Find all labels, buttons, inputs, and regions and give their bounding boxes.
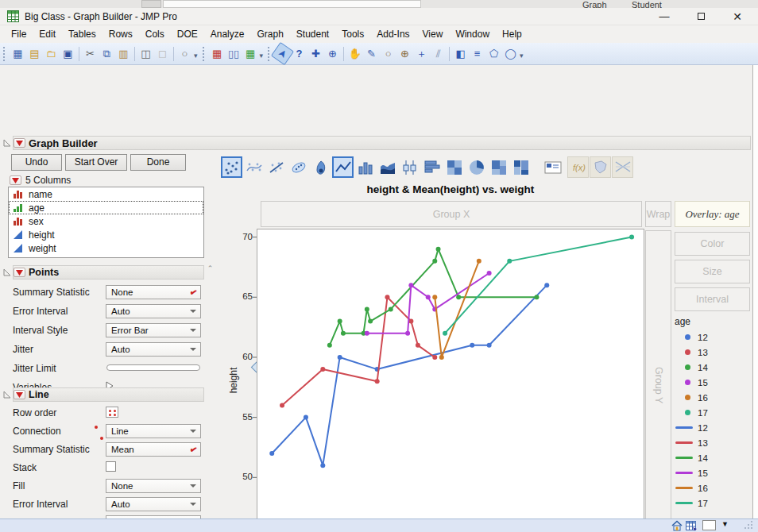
toolbar-overflow-icon[interactable]: ▾ [520, 52, 524, 60]
start-over-button[interactable]: Start Over [65, 154, 127, 171]
menu-doe[interactable]: DOE [171, 27, 204, 41]
column-item-name[interactable]: name [9, 187, 203, 201]
scroll-up-icon[interactable]: ⌃ [205, 264, 215, 274]
data-point-age-13[interactable] [416, 343, 420, 348]
plus-icon[interactable]: ＋ [413, 45, 430, 62]
element-line-icon[interactable] [332, 156, 354, 178]
menu-student[interactable]: Student [290, 27, 335, 41]
data-point-age-13[interactable] [385, 295, 389, 299]
legend-line-age-16[interactable]: 16 [675, 480, 750, 495]
element-map-shape-icon[interactable] [590, 156, 611, 178]
line-stack-checkbox[interactable] [106, 461, 116, 472]
data-point-age-14[interactable] [368, 319, 373, 324]
status-dropdown-caret-icon[interactable]: ▼ [721, 520, 729, 528]
minimize-button[interactable]: — [648, 8, 680, 25]
data-point-age-13[interactable] [375, 379, 380, 384]
menu-graph[interactable]: Graph [250, 27, 289, 41]
series-line-age-13[interactable] [282, 297, 435, 405]
data-point-age-14[interactable] [534, 295, 539, 299]
annotate-icon[interactable]: ◧ [452, 45, 469, 62]
data-point-age-14[interactable] [436, 247, 441, 252]
close-button[interactable]: ✕ [721, 8, 753, 25]
data-point-age-17[interactable] [507, 259, 512, 264]
points-jitter-limit-slider[interactable] [106, 364, 200, 371]
element-box-plot-icon[interactable] [399, 156, 420, 178]
points-jitter-dropdown[interactable]: Auto [106, 342, 201, 357]
data-point-age-17[interactable] [443, 331, 447, 336]
legend-point-age-16[interactable]: 16 [675, 390, 750, 405]
save-icon[interactable]: ▣ [60, 45, 76, 62]
column-item-age[interactable]: age [9, 201, 203, 214]
element-smoother-icon[interactable] [243, 156, 265, 178]
menu-window[interactable]: Window [449, 27, 496, 41]
data-point-age-15[interactable] [487, 271, 492, 276]
data-point-age-16[interactable] [432, 295, 437, 299]
drop-zone-overlay[interactable]: Overlay: age [675, 201, 750, 227]
legend-line-age-14[interactable]: 14 [675, 450, 750, 465]
data-point-age-16[interactable] [439, 355, 444, 360]
menu-analyze[interactable]: Analyze [204, 27, 251, 41]
legend-line-age-12[interactable]: 12 [675, 420, 750, 435]
collapse-triangle-icon[interactable] [3, 139, 11, 147]
oval-icon[interactable]: ◯ [502, 45, 519, 62]
data-point-age-15[interactable] [408, 283, 413, 287]
data-point-age-15[interactable] [426, 295, 431, 299]
data-point-age-17[interactable] [629, 235, 634, 240]
data-table-icon[interactable]: ▦ [209, 45, 226, 62]
data-point-age-14[interactable] [432, 259, 437, 264]
element-histogram-icon[interactable] [421, 156, 443, 178]
line-connection-dropdown[interactable]: Line [106, 424, 201, 438]
menu-tools[interactable]: Tools [335, 27, 370, 41]
red-triangle-menu[interactable] [14, 138, 25, 148]
hand-icon[interactable]: ✋ [346, 45, 363, 62]
zoom-in-icon[interactable]: ⊕ [396, 45, 413, 62]
data-point-age-13[interactable] [280, 403, 284, 407]
data-point-age-15[interactable] [405, 331, 410, 336]
legend-line-age-13[interactable]: 13 [675, 435, 750, 450]
points-error-interval-dropdown[interactable]: Auto [106, 304, 201, 318]
open-folder-icon[interactable]: 🗀 [43, 45, 60, 62]
line-summary-statistic-dropdown[interactable]: Mean✔ [106, 442, 201, 457]
column-item-sex[interactable]: sex [9, 214, 203, 228]
element-caption-box-icon[interactable] [542, 156, 563, 178]
magnifier-icon[interactable]: ○ [176, 45, 193, 62]
polygon-icon[interactable]: ⬠ [485, 45, 502, 62]
legend-point-age-13[interactable]: 13 [675, 345, 750, 360]
drop-zone-group-x[interactable]: Group X [261, 201, 642, 227]
done-button[interactable]: Done [130, 154, 186, 171]
zoom-out-icon[interactable]: ○ [380, 45, 396, 62]
new-journal-icon[interactable]: ▦ [10, 45, 26, 62]
element-heatmap-icon[interactable] [443, 156, 465, 178]
data-point-age-15[interactable] [365, 331, 369, 336]
resize-grip-icon[interactable] [744, 520, 753, 529]
menu-tables[interactable]: Tables [62, 27, 102, 41]
element-mosaic-icon[interactable] [510, 156, 532, 178]
menu-help[interactable]: Help [496, 27, 528, 41]
lock-icon[interactable]: ◻ [154, 45, 171, 62]
collapse-triangle-icon[interactable] [3, 268, 11, 276]
menu-addins[interactable]: Add-Ins [370, 27, 416, 41]
toolbar-overflow-icon[interactable]: ▾ [260, 52, 264, 60]
line-fill-dropdown[interactable]: None [106, 479, 201, 493]
data-point-age-12[interactable] [470, 343, 474, 348]
points-summary-statistic-dropdown[interactable]: None✔ [106, 285, 201, 299]
menu-file[interactable]: File [5, 27, 33, 41]
element-line-of-fit-icon[interactable] [265, 156, 287, 178]
ruler-icon[interactable]: ⫽ [430, 45, 447, 62]
data-point-age-13[interactable] [320, 367, 325, 372]
legend-point-age-12[interactable]: 12 [675, 330, 750, 345]
data-point-age-13[interactable] [432, 355, 437, 360]
brush-icon[interactable]: ✎ [363, 45, 380, 62]
toolbar-overflow-icon[interactable]: ▾ [194, 52, 198, 60]
help-icon[interactable]: ? [291, 45, 307, 62]
cut-icon[interactable]: ✂ [82, 45, 99, 62]
paste-icon[interactable]: ▥ [115, 45, 132, 62]
lines-icon[interactable]: ≡ [469, 45, 485, 62]
drop-zone-color[interactable]: Color [675, 232, 750, 256]
data-point-age-14[interactable] [341, 331, 346, 336]
drop-zone-size[interactable]: Size [675, 260, 750, 283]
data-point-age-16[interactable] [477, 259, 481, 264]
legend-line-age-17[interactable]: 17 [675, 495, 750, 511]
red-triangle-menu[interactable] [10, 175, 21, 185]
line-row-order-button[interactable] [106, 407, 118, 418]
